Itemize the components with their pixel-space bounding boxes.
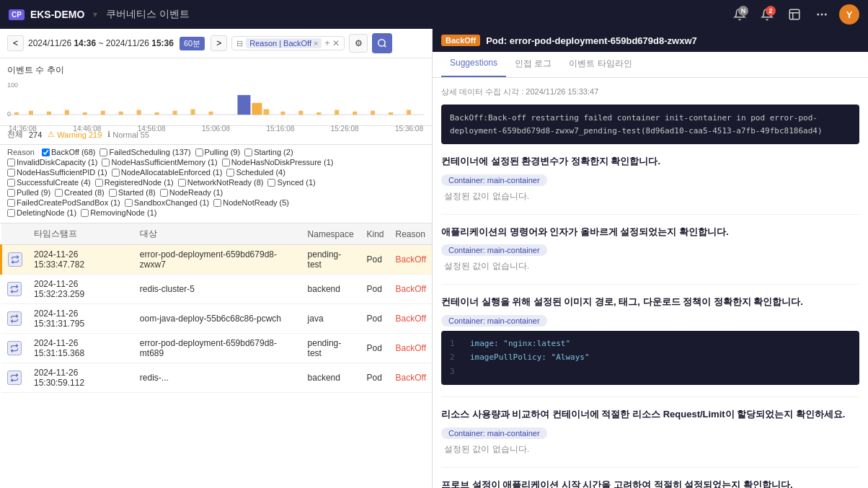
suggestion-3: 컨테이너 실행을 위해 설정된 이미지 경로, 태그, 다운로드 정책이 정확한… (441, 295, 859, 385)
filter-clear-icon[interactable]: ✕ (332, 38, 340, 48)
divider-4 (441, 467, 859, 468)
duration-badge[interactable]: 60분 (180, 37, 205, 50)
cell-kind: Pod (360, 304, 389, 334)
chart-svg: 100 0 (7, 79, 425, 123)
svg-rect-28 (407, 110, 411, 115)
cell-reason: BackOff (390, 304, 433, 334)
tab-adjacent-log[interactable]: 인접 로그 (506, 52, 560, 77)
no-value-1: 설정된 값이 없습니다. (444, 190, 859, 203)
reason-nodedisk[interactable]: NodeHasNoDiskPressure (1) (222, 158, 334, 167)
reason-deletingnode[interactable]: DeletingNode (1) (7, 208, 76, 217)
cell-namespace: pending-test (302, 334, 361, 363)
svg-rect-17 (209, 112, 213, 115)
reason-networknotready[interactable]: NetworkNotReady (8) (178, 178, 264, 187)
reason-backoff[interactable]: BackOff (68) (42, 148, 96, 156)
reason-nodeready[interactable]: NodeReady (1) (160, 188, 223, 197)
reason-nodenotready[interactable]: NodeNotReady (5) (213, 198, 289, 207)
filter-tag[interactable]: Reason | BackOff × (246, 38, 322, 48)
cell-namespace: backend (302, 275, 361, 304)
reason-pulling[interactable]: Pulling (9) (195, 148, 241, 156)
cell-timestamp: 2024-11-26 15:30:59.112 (28, 363, 134, 393)
chart-label-6: 15:26:08 (331, 125, 359, 133)
filter-add-icon[interactable]: + (324, 38, 329, 48)
reason-row-2: InvalidDiskCapacity (1) NodeHasSufficien… (7, 158, 425, 167)
cell-namespace: backend (302, 363, 361, 393)
avatar[interactable]: Y (839, 4, 859, 25)
cell-kind: Pod (360, 275, 389, 304)
cell-reason: BackOff (390, 275, 433, 304)
reason-allocatable[interactable]: NodeAllocatableEnforced (1) (112, 168, 223, 177)
search-button[interactable] (372, 33, 392, 53)
reason-invaliddisk[interactable]: InvalidDiskCapacity (1) (7, 158, 97, 167)
nav-right: N 2 Y (730, 4, 859, 25)
table-row[interactable]: 2024-11-26 15:30:59.112 redis-... backen… (1, 363, 433, 393)
suggestion-title-5: 프로브 설정이 애플리케이션 시작 시간을 고려하여 적절히 설정되었는지 확인… (441, 478, 859, 488)
reason-successfulcreate[interactable]: SuccessfulCreate (4) (7, 178, 91, 187)
filter-remove-icon[interactable]: × (314, 39, 318, 48)
chart-label-5: 15:16:08 (266, 125, 294, 133)
chart-label-7: 15:36:08 (395, 125, 423, 133)
reason-created[interactable]: Created (8) (55, 188, 105, 197)
filter-icon: ⊟ (236, 39, 243, 48)
reason-started[interactable]: Started (8) (109, 188, 156, 197)
container-tag-3: Container: main-container (441, 315, 547, 327)
cell-namespace: pending-test (302, 245, 361, 275)
chart-title: 이벤트 수 추이 (7, 64, 425, 76)
filter-area: ⊟ Reason | BackOff × + ✕ (231, 36, 345, 50)
cell-kind: Pod (360, 245, 389, 275)
more-icon[interactable] (812, 4, 832, 25)
reason-synced[interactable]: Synced (1) (267, 178, 315, 187)
reason-nodehassufficient[interactable]: NodeHasSufficientMemory (1) (102, 158, 217, 167)
chart-area: 이벤트 수 추이 (0, 58, 432, 126)
reason-failedcreate[interactable]: FailedCreatePodSandBox (1) (7, 198, 120, 207)
reason-sandboxchanged[interactable]: SandboxChanged (1) (125, 198, 210, 207)
badge-n: N (738, 6, 748, 16)
col-target: 대상 (134, 223, 302, 245)
prev-button[interactable]: < (7, 35, 24, 51)
reason-row-4: SuccessfulCreate (4) RegisteredNode (1) … (7, 178, 425, 187)
svg-rect-18 (237, 95, 250, 115)
right-panel: BackOff Pod: error-pod-deployment-659bd6… (433, 29, 868, 488)
next-button[interactable]: > (211, 35, 227, 51)
suggestion-4: 리소스 사용량과 비교하여 컨테이너에 적절한 리소스 Request/Limi… (441, 407, 859, 456)
nav-dropdown-icon[interactable]: ▾ (93, 9, 97, 19)
toolbar: < 2024/11/26 14:36 ~ 2024/11/26 15:36 60… (0, 29, 432, 58)
table-row[interactable]: 2024-11-26 15:33:47.782 error-pod-deploy… (1, 245, 433, 275)
reason-label: Reason (7, 148, 35, 156)
badge-red: 2 (766, 6, 776, 16)
reason-removingnode[interactable]: RemovingNode (1) (81, 208, 156, 217)
notification-n-icon[interactable]: N (730, 4, 750, 25)
reason-starting[interactable]: Starting (2) (244, 148, 293, 156)
tab-event-timeline[interactable]: 이벤트 타임라인 (560, 52, 640, 77)
reason-row-3: NodeHasSufficientPID (1) NodeAllocatable… (7, 168, 425, 177)
svg-rect-9 (65, 110, 69, 115)
svg-rect-21 (280, 112, 285, 115)
reason-registerednode[interactable]: RegisteredNode (1) (95, 178, 174, 187)
tab-suggestions[interactable]: Suggestions (441, 52, 506, 77)
table-row[interactable]: 2024-11-26 15:31:31.795 oom-java-deploy-… (1, 304, 433, 334)
cp-badge: CP (9, 9, 25, 20)
code-line-3: 3 (450, 365, 851, 379)
main-layout: < 2024/11/26 14:36 ~ 2024/11/26 15:36 60… (0, 29, 868, 488)
svg-rect-22 (298, 111, 303, 115)
code-block-3: 1 image: "nginx:latest" 2 imagePullPolic… (441, 331, 859, 385)
container-tag-1: Container: main-container (441, 174, 547, 186)
reason-nodepid[interactable]: NodeHasSufficientPID (1) (7, 168, 107, 177)
reason-failedscheduling[interactable]: FailedScheduling (137) (99, 148, 190, 156)
table-row[interactable]: 2024-11-26 15:31:15.368 error-pod-deploy… (1, 334, 433, 363)
cell-target: error-pod-deployment-659bd679d8-zwxw7 (134, 245, 302, 275)
settings-icon[interactable]: ⚙ (349, 34, 368, 53)
reason-scheduled[interactable]: Scheduled (4) (226, 168, 285, 177)
code-line-1: 1 image: "nginx:latest" (450, 337, 851, 351)
notification-alert-icon[interactable]: 2 (757, 4, 777, 25)
box-icon[interactable] (784, 4, 805, 25)
svg-point-2 (821, 14, 823, 16)
svg-rect-16 (191, 109, 195, 115)
pod-name-header: Pod: error-pod-deployment-659bd679d8-zwx… (486, 35, 697, 46)
suggestion-title-4: 리소스 사용량과 비교하여 컨테이너에 적절한 리소스 Request/Limi… (441, 407, 859, 422)
reason-pulled[interactable]: Pulled (9) (7, 188, 50, 197)
svg-text:100: 100 (7, 81, 18, 89)
line-num-1: 1 (450, 337, 461, 351)
table-row[interactable]: 2024-11-26 15:32:23.259 redis-cluster-5 … (1, 275, 433, 304)
divider-2 (441, 284, 859, 285)
